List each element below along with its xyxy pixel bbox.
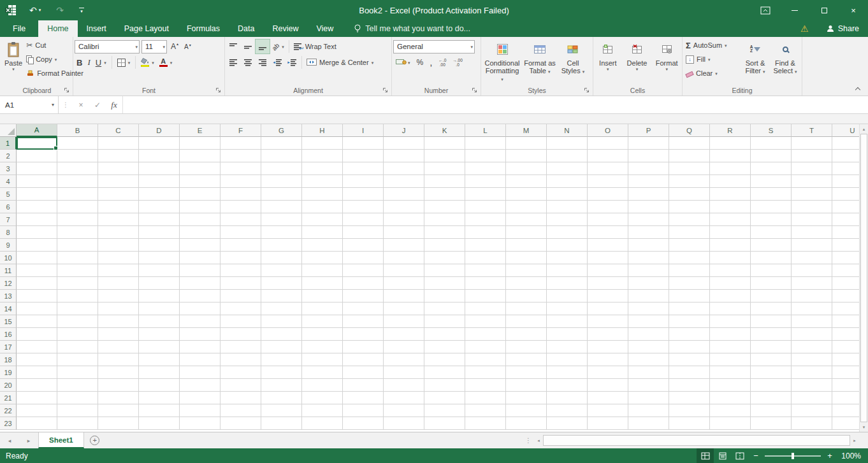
cell-Q10[interactable]	[669, 252, 710, 264]
tab-review[interactable]: Review	[263, 20, 307, 37]
cell-P5[interactable]	[628, 188, 669, 201]
column-header-O[interactable]: O	[588, 124, 628, 137]
cell-P16[interactable]	[628, 328, 669, 341]
borders-button[interactable]: ▾	[115, 55, 133, 69]
column-header-C[interactable]: C	[98, 124, 139, 137]
cell-J5[interactable]	[384, 188, 424, 201]
cell-R8[interactable]	[710, 226, 751, 239]
cell-H13[interactable]	[302, 290, 343, 303]
increase-font-size-button[interactable]: A▴	[169, 39, 180, 53]
column-header-P[interactable]: P	[628, 124, 669, 137]
cell-M8[interactable]	[506, 226, 547, 239]
number-dialog-launcher[interactable]	[471, 87, 478, 94]
cell-G22[interactable]	[261, 404, 302, 417]
cell-T4[interactable]	[792, 175, 832, 188]
zoom-level[interactable]: 100%	[837, 452, 868, 460]
cell-G1[interactable]	[261, 137, 302, 150]
cell-R7[interactable]	[710, 213, 751, 226]
horizontal-scrollbar[interactable]: ◂ ▸	[534, 432, 859, 448]
cell-R1[interactable]	[710, 137, 751, 150]
normal-view-button[interactable]	[697, 448, 714, 463]
font-dialog-launcher[interactable]	[215, 87, 222, 94]
align-right-button[interactable]	[256, 55, 270, 69]
cell-H22[interactable]	[302, 404, 343, 417]
cell-L10[interactable]	[465, 252, 506, 264]
cell-N11[interactable]	[547, 264, 588, 277]
cell-F11[interactable]	[221, 264, 261, 277]
cell-F19[interactable]	[221, 366, 261, 379]
cell-D12[interactable]	[139, 277, 180, 290]
row-header-21[interactable]: 21	[0, 392, 17, 404]
cell-L13[interactable]	[465, 290, 506, 303]
cell-F23[interactable]	[221, 417, 261, 430]
cell-I9[interactable]	[343, 239, 384, 252]
cell-C10[interactable]	[98, 252, 139, 264]
cell-O13[interactable]	[588, 290, 628, 303]
cell-A15[interactable]	[17, 315, 57, 328]
cell-L16[interactable]	[465, 328, 506, 341]
cell-I7[interactable]	[343, 213, 384, 226]
autosum-button[interactable]: ΣAutoSum▾	[684, 38, 740, 52]
cell-C23[interactable]	[98, 417, 139, 430]
cell-D6[interactable]	[139, 201, 180, 213]
row-header-8[interactable]: 8	[0, 226, 17, 239]
cell-E1[interactable]	[180, 137, 221, 150]
cell-E15[interactable]	[180, 315, 221, 328]
cell-Q6[interactable]	[669, 201, 710, 213]
cell-I15[interactable]	[343, 315, 384, 328]
cell-R2[interactable]	[710, 150, 751, 162]
cell-P11[interactable]	[628, 264, 669, 277]
cell-J16[interactable]	[384, 328, 424, 341]
cell-S2[interactable]	[751, 150, 792, 162]
previous-sheet-button[interactable]: ◂	[0, 432, 19, 448]
cell-E16[interactable]	[180, 328, 221, 341]
cell-C9[interactable]	[98, 239, 139, 252]
font-color-button[interactable]: A▾	[157, 55, 175, 69]
cell-M3[interactable]	[506, 162, 547, 175]
cell-K10[interactable]	[424, 252, 465, 264]
cell-D11[interactable]	[139, 264, 180, 277]
cell-C17[interactable]	[98, 341, 139, 353]
cell-F17[interactable]	[221, 341, 261, 353]
cell-I19[interactable]	[343, 366, 384, 379]
cell-G23[interactable]	[261, 417, 302, 430]
styles-dialog-launcher[interactable]	[583, 87, 590, 94]
cell-S16[interactable]	[751, 328, 792, 341]
close-button[interactable]: ×	[839, 0, 868, 20]
cell-A5[interactable]	[17, 188, 57, 201]
page-layout-view-button[interactable]	[714, 448, 731, 463]
bottom-align-button[interactable]	[256, 39, 270, 53]
merge-center-button[interactable]: Merge & Center▾	[305, 55, 375, 69]
cell-T20[interactable]	[792, 379, 832, 392]
sort-filter-button[interactable]: AZ Sort & Filter ▾	[740, 38, 770, 84]
clear-button[interactable]: Clear▾	[684, 66, 740, 80]
cell-J13[interactable]	[384, 290, 424, 303]
cell-T12[interactable]	[792, 277, 832, 290]
cell-G13[interactable]	[261, 290, 302, 303]
cell-G20[interactable]	[261, 379, 302, 392]
row-header-16[interactable]: 16	[0, 328, 17, 341]
scroll-up-button[interactable]: ▴	[860, 124, 868, 134]
cell-G10[interactable]	[261, 252, 302, 264]
cell-M6[interactable]	[506, 201, 547, 213]
row-header-13[interactable]: 13	[0, 290, 17, 303]
cell-J20[interactable]	[384, 379, 424, 392]
cell-G16[interactable]	[261, 328, 302, 341]
cell-O4[interactable]	[588, 175, 628, 188]
cell-K2[interactable]	[424, 150, 465, 162]
new-sheet-button[interactable]: +	[84, 432, 106, 448]
cell-R15[interactable]	[710, 315, 751, 328]
cell-A4[interactable]	[17, 175, 57, 188]
cell-M9[interactable]	[506, 239, 547, 252]
cell-S1[interactable]	[751, 137, 792, 150]
tab-view[interactable]: View	[307, 20, 342, 37]
cell-C15[interactable]	[98, 315, 139, 328]
cell-H3[interactable]	[302, 162, 343, 175]
cell-M12[interactable]	[506, 277, 547, 290]
cell-P13[interactable]	[628, 290, 669, 303]
cell-B12[interactable]	[57, 277, 98, 290]
cell-R9[interactable]	[710, 239, 751, 252]
name-box[interactable]: A1 ▾	[0, 96, 59, 113]
cell-G15[interactable]	[261, 315, 302, 328]
cell-M16[interactable]	[506, 328, 547, 341]
